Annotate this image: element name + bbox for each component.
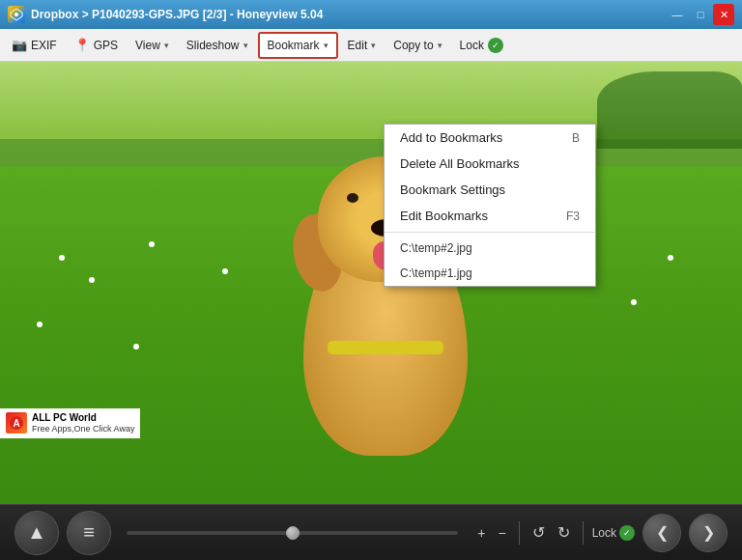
watermark-logo-icon: A	[6, 412, 27, 434]
prev-button[interactable]: ❮	[642, 514, 681, 552]
lock-check-icon: ✓	[619, 525, 635, 541]
slideshow-arrow-icon: ▾	[243, 41, 248, 50]
svg-point-1	[14, 13, 18, 16]
lock-text: Lock	[592, 526, 616, 540]
menu-slideshow[interactable]: Slideshow ▾	[179, 32, 256, 59]
next-button[interactable]: ❯	[689, 514, 728, 552]
zoom-in-button[interactable]: +	[473, 521, 489, 545]
up-arrow-icon: ▲	[27, 521, 46, 544]
lock-label: Lock	[460, 39, 484, 52]
edit-arrow-icon: ▾	[371, 41, 376, 50]
slider-container	[127, 531, 458, 535]
copyto-arrow-icon: ▾	[438, 41, 442, 50]
gps-icon: 📍	[74, 38, 90, 52]
menu-bar: 📷 EXIF 📍 GPS View ▾ Slideshow ▾ Bookmark…	[0, 29, 742, 62]
bookmark-dropdown: Add to Bookmarks B Delete All Bookmarks …	[384, 124, 596, 287]
up-button[interactable]: ▲	[14, 511, 59, 555]
bottom-toolbar: ▲ ≡ + − ↺ ↻ Lock ✓ ❮ ❯	[0, 504, 742, 560]
separator2	[583, 521, 584, 545]
window-controls: — □ ✕	[667, 4, 734, 25]
view-label: View	[135, 39, 160, 52]
edit-label: Edit	[348, 39, 368, 52]
image-area: Add to Bookmarks B Delete All Bookmarks …	[0, 62, 742, 504]
bookmark-divider	[385, 232, 595, 233]
zoom-out-button[interactable]: −	[494, 521, 509, 545]
slider-track[interactable]	[127, 531, 458, 535]
menu-copyto[interactable]: Copy to ▾	[385, 32, 449, 59]
menu-gps[interactable]: 📍 GPS	[67, 32, 126, 59]
menu-bookmark[interactable]: Bookmark ▾	[258, 32, 338, 59]
title-bar: Dropbox > P1040293-GPS.JPG [2/3] - Honey…	[0, 0, 742, 29]
lock-button[interactable]: Lock ✓	[592, 525, 635, 541]
slider-thumb[interactable]	[286, 526, 300, 540]
rotate-right-button[interactable]: ↻	[554, 519, 574, 546]
edit-bookmarks-shortcut: F3	[566, 210, 580, 223]
lock-check-icon: ✓	[488, 38, 503, 53]
bookmark-arrow-icon: ▾	[324, 41, 328, 50]
zoom-rotate-group: + − ↺ ↻ Lock ✓	[473, 519, 635, 546]
app-icon	[8, 6, 25, 23]
next-icon: ❯	[702, 523, 715, 542]
dropdown-delete-all-bookmarks[interactable]: Delete All Bookmarks	[385, 151, 595, 177]
exif-icon: 📷	[12, 38, 27, 52]
minimize-button[interactable]: —	[667, 4, 688, 25]
bookmark-label: Bookmark	[268, 39, 320, 52]
add-bookmarks-label: Add to Bookmarks	[400, 130, 502, 145]
rotate-left-button[interactable]: ↺	[528, 519, 549, 546]
copyto-label: Copy to	[393, 39, 433, 52]
bookmark-settings-label: Bookmark Settings	[400, 182, 505, 197]
slideshow-label: Slideshow	[186, 39, 240, 52]
file1-label: C:\temp#2.jpg	[400, 241, 472, 255]
menu-lock[interactable]: Lock ✓	[452, 32, 511, 59]
add-bookmarks-shortcut: B	[572, 131, 580, 145]
separator1	[519, 521, 520, 545]
watermark: A ALL PC World Free Apps,One Click Away	[0, 408, 140, 438]
dropdown-edit-bookmarks[interactable]: Edit Bookmarks F3	[385, 203, 595, 229]
title-bar-left: Dropbox > P1040293-GPS.JPG [2/3] - Honey…	[8, 6, 323, 23]
gps-label: GPS	[94, 39, 118, 52]
dropdown-bookmark-settings[interactable]: Bookmark Settings	[385, 177, 595, 203]
watermark-subtitle: Free Apps,One Click Away	[32, 424, 134, 434]
file2-label: C:\temp#1.jpg	[400, 266, 472, 280]
view-arrow-icon: ▾	[164, 41, 169, 50]
dropdown-file1[interactable]: C:\temp#2.jpg	[385, 236, 595, 261]
maximize-button[interactable]: □	[690, 4, 711, 25]
menu-exif[interactable]: 📷 EXIF	[4, 32, 65, 59]
edit-bookmarks-label: Edit Bookmarks	[400, 209, 488, 223]
svg-text:A: A	[13, 418, 19, 429]
hamburger-icon: ≡	[83, 521, 95, 544]
menu-edit[interactable]: Edit ▾	[340, 32, 385, 59]
delete-all-bookmarks-label: Delete All Bookmarks	[400, 156, 520, 171]
close-button[interactable]: ✕	[713, 4, 734, 25]
dropdown-add-bookmarks[interactable]: Add to Bookmarks B	[385, 125, 595, 151]
exif-label: EXIF	[31, 39, 57, 52]
menu-view[interactable]: View ▾	[128, 32, 177, 59]
dropdown-file2[interactable]: C:\temp#1.jpg	[385, 261, 595, 286]
menu-button[interactable]: ≡	[67, 511, 111, 555]
window-title: Dropbox > P1040293-GPS.JPG [2/3] - Honey…	[31, 8, 323, 21]
prev-icon: ❮	[656, 523, 669, 542]
watermark-title: ALL PC World	[32, 412, 97, 423]
watermark-text: ALL PC World Free Apps,One Click Away	[32, 411, 134, 435]
